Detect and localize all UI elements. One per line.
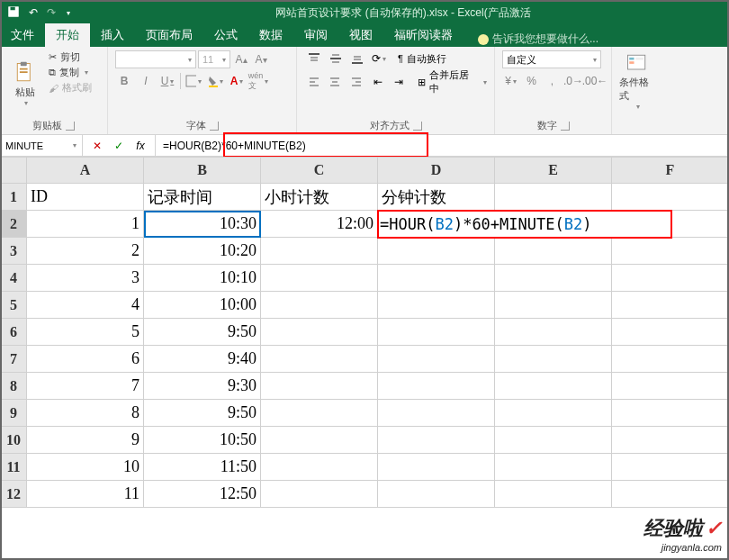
cell[interactable]: [612, 427, 729, 454]
dialog-launcher-icon[interactable]: [561, 122, 570, 131]
cell[interactable]: [378, 238, 495, 265]
cell[interactable]: 11:50: [144, 454, 261, 481]
row-header[interactable]: 1: [1, 184, 27, 211]
cell[interactable]: [261, 265, 378, 292]
cell[interactable]: 10:00: [144, 292, 261, 319]
cell[interactable]: [612, 481, 729, 508]
merge-center-button[interactable]: ⊞合并后居中▾: [418, 68, 487, 95]
row-header[interactable]: 3: [1, 238, 27, 265]
cell[interactable]: [495, 373, 612, 400]
cell[interactable]: [378, 346, 495, 373]
italic-button[interactable]: I: [137, 72, 155, 90]
phonetic-button[interactable]: wén文▾: [249, 72, 267, 90]
header-cell[interactable]: ID: [27, 184, 144, 211]
enter-formula-icon[interactable]: ✓: [112, 139, 126, 153]
cell[interactable]: [495, 427, 612, 454]
cell[interactable]: 10:50: [144, 427, 261, 454]
cell[interactable]: [378, 319, 495, 346]
font-color-button[interactable]: A▾: [228, 72, 246, 90]
header-cell[interactable]: 小时计数: [261, 184, 378, 211]
cell[interactable]: [261, 454, 378, 481]
cell[interactable]: 10: [27, 454, 144, 481]
align-right-icon[interactable]: [346, 74, 366, 90]
col-header[interactable]: D: [378, 158, 495, 184]
cell[interactable]: 10:30: [144, 211, 261, 238]
cell[interactable]: [378, 292, 495, 319]
decrease-decimal-icon[interactable]: .00←: [586, 72, 604, 90]
col-header[interactable]: B: [144, 158, 261, 184]
header-cell[interactable]: 记录时间: [144, 184, 261, 211]
cell[interactable]: 9:30: [144, 373, 261, 400]
format-painter-button[interactable]: 🖌格式刷: [49, 81, 92, 95]
cell[interactable]: [261, 373, 378, 400]
cell[interactable]: [378, 481, 495, 508]
tab-foxit[interactable]: 福昕阅读器: [383, 23, 464, 47]
cell[interactable]: 3: [27, 265, 144, 292]
accounting-format-icon[interactable]: ¥▾: [502, 72, 519, 90]
cell[interactable]: 12:50: [144, 481, 261, 508]
row-header[interactable]: 7: [1, 346, 27, 373]
tab-insert[interactable]: 插入: [90, 23, 135, 47]
row-header[interactable]: 12: [1, 481, 27, 508]
cell[interactable]: [378, 373, 495, 400]
name-box[interactable]: MINUTE ▾: [0, 135, 83, 156]
increase-decimal-icon[interactable]: .0→: [564, 72, 582, 90]
cell[interactable]: [261, 400, 378, 427]
qa-dropdown-icon[interactable]: ▾: [67, 9, 70, 17]
header-cell[interactable]: [612, 184, 729, 211]
row-header[interactable]: 6: [1, 319, 27, 346]
row-header[interactable]: 5: [1, 292, 27, 319]
cell[interactable]: [495, 481, 612, 508]
cell[interactable]: [378, 427, 495, 454]
wrap-text-button[interactable]: ¶自动换行: [398, 52, 446, 66]
row-header[interactable]: 10: [1, 427, 27, 454]
copy-button[interactable]: ⧉复制▾: [49, 66, 92, 79]
row-header[interactable]: 4: [1, 265, 27, 292]
align-top-icon[interactable]: [304, 50, 324, 67]
cell[interactable]: 4: [27, 292, 144, 319]
cell[interactable]: [612, 238, 729, 265]
cell[interactable]: 12:00: [261, 211, 378, 238]
cell[interactable]: [495, 454, 612, 481]
align-center-icon[interactable]: [326, 74, 346, 90]
orientation-icon[interactable]: ⟳▾: [369, 50, 389, 67]
cell[interactable]: [378, 400, 495, 427]
dialog-launcher-icon[interactable]: [210, 122, 219, 131]
conditional-format-button[interactable]: 条件格式 ▾: [619, 50, 655, 111]
cell[interactable]: [261, 481, 378, 508]
cell[interactable]: 5: [27, 319, 144, 346]
align-left-icon[interactable]: [304, 74, 324, 90]
spreadsheet-grid[interactable]: ABCDEF1ID记录时间小时计数分钟计数2110:3012:00=HOUR(B…: [0, 157, 729, 508]
cell[interactable]: [612, 346, 729, 373]
cell[interactable]: [612, 319, 729, 346]
row-header[interactable]: 9: [1, 400, 27, 427]
border-button[interactable]: ▾: [184, 72, 202, 90]
cell[interactable]: [261, 346, 378, 373]
col-header[interactable]: A: [27, 158, 144, 184]
cell[interactable]: [495, 400, 612, 427]
font-name-combo[interactable]: ▾: [115, 50, 196, 68]
tab-formulas[interactable]: 公式: [203, 23, 248, 47]
cell[interactable]: 6: [27, 346, 144, 373]
cell[interactable]: 11: [27, 481, 144, 508]
cell[interactable]: 9: [27, 427, 144, 454]
row-header[interactable]: 2: [1, 211, 27, 238]
cell[interactable]: [612, 265, 729, 292]
align-bottom-icon[interactable]: [347, 50, 367, 67]
comma-format-icon[interactable]: ,: [544, 72, 561, 90]
col-header[interactable]: E: [495, 158, 612, 184]
percent-format-icon[interactable]: %: [523, 72, 540, 90]
cut-button[interactable]: ✂剪切: [49, 50, 92, 64]
cell[interactable]: [261, 292, 378, 319]
tab-page-layout[interactable]: 页面布局: [135, 23, 203, 47]
col-header[interactable]: C: [261, 158, 378, 184]
cell[interactable]: [612, 400, 729, 427]
cell[interactable]: 9:50: [144, 400, 261, 427]
fx-icon[interactable]: fx: [133, 139, 148, 153]
cell[interactable]: [495, 238, 612, 265]
underline-button[interactable]: U▾: [158, 72, 176, 90]
cell[interactable]: [378, 265, 495, 292]
tab-file[interactable]: 文件: [0, 23, 45, 47]
row-header[interactable]: 8: [1, 373, 27, 400]
dialog-launcher-icon[interactable]: [413, 122, 422, 131]
